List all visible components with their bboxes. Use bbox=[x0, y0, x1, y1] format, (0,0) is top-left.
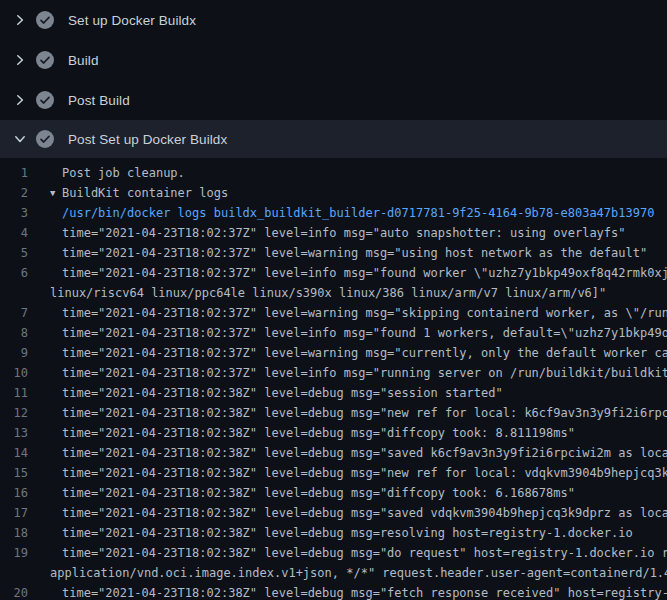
log-line-number[interactable]: 4 bbox=[0, 223, 28, 243]
log-line-number[interactable]: 11 bbox=[0, 383, 28, 403]
log-line-number[interactable] bbox=[0, 283, 28, 303]
log-line-text: linux/riscv64 linux/ppc64le linux/s390x … bbox=[50, 283, 606, 303]
log-line-text: time="2021-04-23T18:02:38Z" level=debug … bbox=[62, 423, 575, 443]
section-label: Post Build bbox=[68, 93, 130, 108]
log-line: 19 time="2021-04-23T18:02:38Z" level=deb… bbox=[0, 543, 667, 563]
check-circle-icon bbox=[36, 130, 54, 148]
log-line-text: time="2021-04-23T18:02:38Z" level=debug … bbox=[62, 583, 667, 600]
log-line-number[interactable]: 19 bbox=[0, 543, 28, 563]
log-line-number[interactable]: 7 bbox=[0, 303, 28, 323]
section-header-2[interactable]: Post Build bbox=[0, 80, 667, 120]
log-line-number[interactable]: 16 bbox=[0, 483, 28, 503]
section-label: Build bbox=[68, 53, 99, 68]
section-header-0[interactable]: Set up Docker Buildx bbox=[0, 0, 667, 40]
log-line-number[interactable]: 12 bbox=[0, 403, 28, 423]
chevron-right-icon bbox=[13, 13, 27, 27]
log-line-number[interactable]: 1 bbox=[0, 163, 28, 183]
log-line: 6 time="2021-04-23T18:02:37Z" level=info… bbox=[0, 263, 667, 283]
log-line-number[interactable]: 20 bbox=[0, 583, 28, 600]
section-label: Set up Docker Buildx bbox=[68, 13, 196, 28]
log-line: 16 time="2021-04-23T18:02:38Z" level=deb… bbox=[0, 483, 667, 503]
log-line-number[interactable] bbox=[0, 563, 28, 583]
log-line-text: application/vnd.oci.image.index.v1+json,… bbox=[50, 563, 667, 583]
log-line: 9 time="2021-04-23T18:02:37Z" level=warn… bbox=[0, 343, 667, 363]
log-line-number[interactable]: 14 bbox=[0, 443, 28, 463]
log-line-text: time="2021-04-23T18:02:37Z" level=warnin… bbox=[62, 243, 647, 263]
log-line-text: time="2021-04-23T18:02:38Z" level=debug … bbox=[62, 463, 667, 483]
log-line: 14 time="2021-04-23T18:02:38Z" level=deb… bbox=[0, 443, 667, 463]
log-line-text: time="2021-04-23T18:02:37Z" level=warnin… bbox=[62, 343, 667, 363]
log-line-text: time="2021-04-23T18:02:38Z" level=debug … bbox=[62, 543, 667, 563]
log-line: 8 time="2021-04-23T18:02:37Z" level=info… bbox=[0, 323, 667, 343]
log-line: 13 time="2021-04-23T18:02:38Z" level=deb… bbox=[0, 423, 667, 443]
log-line: application/vnd.oci.image.index.v1+json,… bbox=[0, 563, 667, 583]
chevron-right-icon bbox=[13, 53, 27, 67]
log-line-number[interactable]: 3 bbox=[0, 203, 28, 223]
log-viewer: 1 Post job cleanup. 2 ▼ BuildKit contain… bbox=[0, 158, 667, 600]
log-line: 17 time="2021-04-23T18:02:38Z" level=deb… bbox=[0, 503, 667, 523]
log-line-text: time="2021-04-23T18:02:37Z" level=warnin… bbox=[62, 303, 667, 323]
log-line-text: time="2021-04-23T18:02:37Z" level=info m… bbox=[62, 323, 667, 343]
log-line-number[interactable]: 13 bbox=[0, 423, 28, 443]
log-line-text: time="2021-04-23T18:02:38Z" level=debug … bbox=[62, 383, 503, 403]
section-header-1[interactable]: Build bbox=[0, 40, 667, 80]
check-circle-icon bbox=[36, 11, 54, 29]
log-line: 5 time="2021-04-23T18:02:37Z" level=warn… bbox=[0, 243, 667, 263]
check-circle-icon bbox=[36, 91, 54, 109]
log-line-text: time="2021-04-23T18:02:38Z" level=debug … bbox=[62, 443, 667, 463]
log-line-number[interactable]: 6 bbox=[0, 263, 28, 283]
log-line: 20 time="2021-04-23T18:02:38Z" level=deb… bbox=[0, 583, 667, 600]
section-label: Post Set up Docker Buildx bbox=[68, 132, 227, 147]
log-line: 18 time="2021-04-23T18:02:38Z" level=deb… bbox=[0, 523, 667, 543]
log-line-text: time="2021-04-23T18:02:38Z" level=debug … bbox=[62, 503, 667, 523]
log-line: 3 /usr/bin/docker logs buildx_buildkit_b… bbox=[0, 203, 667, 223]
log-line-number[interactable]: 5 bbox=[0, 243, 28, 263]
log-line-number[interactable]: 17 bbox=[0, 503, 28, 523]
log-line: 15 time="2021-04-23T18:02:38Z" level=deb… bbox=[0, 463, 667, 483]
steps-list: Set up Docker Buildx Build Post Buil bbox=[0, 0, 667, 158]
log-line: 1 Post job cleanup. bbox=[0, 163, 667, 183]
section-header-3[interactable]: Post Set up Docker Buildx bbox=[0, 120, 667, 158]
log-line-number[interactable]: 9 bbox=[0, 343, 28, 363]
chevron-down-icon bbox=[13, 132, 27, 146]
log-line: 11 time="2021-04-23T18:02:38Z" level=deb… bbox=[0, 383, 667, 403]
log-line: 4 time="2021-04-23T18:02:37Z" level=info… bbox=[0, 223, 667, 243]
log-line-text: time="2021-04-23T18:02:38Z" level=debug … bbox=[62, 403, 667, 423]
log-line: 7 time="2021-04-23T18:02:37Z" level=warn… bbox=[0, 303, 667, 323]
check-circle-icon bbox=[36, 51, 54, 69]
log-line-number[interactable]: 15 bbox=[0, 463, 28, 483]
group-triangle-icon: ▼ bbox=[50, 183, 62, 203]
log-line-number[interactable]: 8 bbox=[0, 323, 28, 343]
log-line-number[interactable]: 18 bbox=[0, 523, 28, 543]
log-line: 2 ▼ BuildKit container logs bbox=[0, 183, 667, 203]
log-line-text: BuildKit container logs bbox=[62, 183, 228, 203]
log-line-text: time="2021-04-23T18:02:37Z" level=info m… bbox=[62, 223, 626, 243]
log-line-number[interactable]: 2 bbox=[0, 183, 28, 203]
log-line-text: time="2021-04-23T18:02:37Z" level=info m… bbox=[62, 363, 667, 383]
log-line: linux/riscv64 linux/ppc64le linux/s390x … bbox=[0, 283, 667, 303]
log-line-text: time="2021-04-23T18:02:38Z" level=debug … bbox=[62, 483, 575, 503]
log-line-text: /usr/bin/docker logs buildx_buildkit_bui… bbox=[62, 203, 654, 223]
log-line-text: time="2021-04-23T18:02:37Z" level=info m… bbox=[62, 263, 667, 283]
log-line-text: time="2021-04-23T18:02:38Z" level=debug … bbox=[62, 523, 633, 543]
log-line: 12 time="2021-04-23T18:02:38Z" level=deb… bbox=[0, 403, 667, 423]
chevron-right-icon bbox=[13, 93, 27, 107]
log-line: 10 time="2021-04-23T18:02:37Z" level=inf… bbox=[0, 363, 667, 383]
log-line-text: Post job cleanup. bbox=[62, 163, 185, 183]
log-line-number[interactable]: 10 bbox=[0, 363, 28, 383]
